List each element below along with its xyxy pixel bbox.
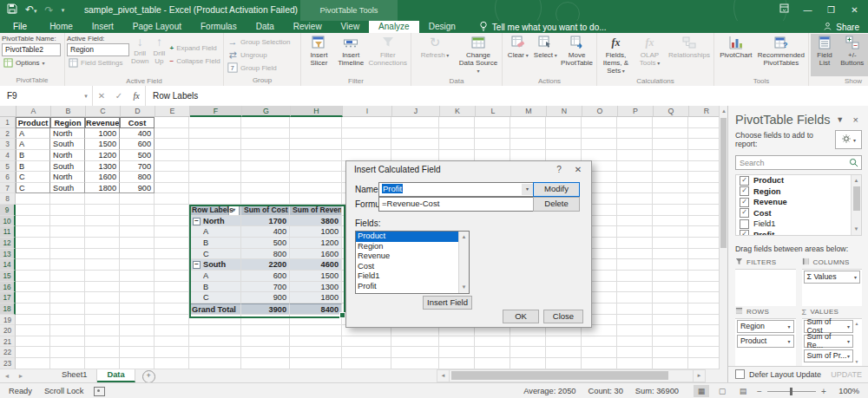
- page-layout-view-icon[interactable]: ▢: [714, 385, 730, 397]
- grid-cell[interactable]: [688, 325, 719, 336]
- grid-cell[interactable]: 1200: [85, 150, 120, 161]
- grid-cell[interactable]: [241, 128, 290, 140]
- minimize-icon[interactable]: —: [796, 0, 819, 21]
- horizontal-scrollbar-thumb[interactable]: [451, 371, 668, 380]
- grid-cell[interactable]: [290, 193, 342, 205]
- grid-cell[interactable]: [546, 150, 582, 161]
- grid-cell[interactable]: [155, 259, 189, 271]
- grid-cell[interactable]: [688, 183, 719, 194]
- grid-cell[interactable]: [653, 150, 688, 161]
- grid-cell[interactable]: [688, 271, 719, 282]
- grid-cell[interactable]: [546, 128, 582, 140]
- grid-cell[interactable]: [85, 226, 120, 238]
- grid-cell[interactable]: [653, 358, 688, 369]
- grid-cell[interactable]: [617, 336, 653, 348]
- grid-cell[interactable]: [510, 150, 546, 161]
- grid-cell[interactable]: [510, 117, 546, 128]
- grid-cell[interactable]: [50, 303, 85, 315]
- grid-cell[interactable]: [475, 117, 510, 128]
- grid-cell[interactable]: [16, 282, 50, 293]
- grid-cell[interactable]: [189, 172, 241, 183]
- grid-cell[interactable]: [290, 150, 342, 161]
- grid-cell[interactable]: [617, 358, 653, 369]
- row-header-2[interactable]: 2: [0, 128, 16, 140]
- combo-dropdown-icon[interactable]: ▾: [522, 184, 533, 195]
- grid-cell[interactable]: [85, 249, 120, 260]
- grid-cell[interactable]: 1500: [85, 139, 120, 150]
- field-checkbox-item[interactable]: ✓Region: [736, 186, 861, 198]
- grid-cell[interactable]: [582, 150, 617, 161]
- column-header-r[interactable]: R: [689, 106, 719, 117]
- grid-cell[interactable]: [510, 336, 546, 348]
- grid-cell[interactable]: [85, 292, 120, 303]
- grid-cell[interactable]: [653, 139, 688, 150]
- grid-cell[interactable]: Grand Total: [189, 303, 241, 315]
- grid-cell[interactable]: [50, 249, 85, 260]
- grid-cell[interactable]: [155, 128, 189, 140]
- grid-cell[interactable]: [189, 117, 241, 128]
- grid-cell[interactable]: [155, 358, 189, 369]
- grid-cell[interactable]: 800: [241, 249, 290, 260]
- grid-cell[interactable]: [85, 347, 120, 358]
- row-header-4[interactable]: 4: [0, 150, 16, 161]
- grid-cell[interactable]: [189, 315, 241, 326]
- recommended-pivottables-button[interactable]: ?Recommended PivotTables: [756, 34, 806, 76]
- grid-cell[interactable]: [155, 336, 189, 348]
- grid-cell[interactable]: [290, 161, 342, 173]
- grid-cell[interactable]: [391, 347, 439, 358]
- grid-cell[interactable]: [189, 325, 241, 336]
- checkbox-icon[interactable]: ✓: [740, 198, 749, 207]
- grid-cell[interactable]: [688, 117, 719, 128]
- grid-cell[interactable]: B: [189, 282, 241, 293]
- grid-cell[interactable]: [439, 358, 475, 369]
- grid-cell[interactable]: [617, 292, 653, 303]
- row-header-3[interactable]: 3: [0, 139, 16, 150]
- grid-cell[interactable]: [617, 139, 653, 150]
- grid-cell[interactable]: [688, 303, 719, 315]
- grid-cell[interactable]: [653, 249, 688, 260]
- grid-cell[interactable]: C: [189, 249, 241, 260]
- grid-cell[interactable]: [189, 183, 241, 194]
- column-header-k[interactable]: K: [440, 106, 476, 117]
- grid-cell[interactable]: [688, 193, 719, 205]
- grid-cell[interactable]: [241, 117, 290, 128]
- grid-cell[interactable]: [653, 117, 688, 128]
- ok-button[interactable]: OK: [503, 310, 539, 323]
- product-field-chip[interactable]: Product▾: [737, 335, 794, 348]
- grid-cell[interactable]: B: [16, 161, 50, 173]
- grid-cell[interactable]: 700: [120, 161, 155, 173]
- tell-me-box[interactable]: Tell me what you want to do...: [479, 21, 607, 33]
- grid-cell[interactable]: [617, 183, 653, 194]
- tools-button[interactable]: ▾: [835, 130, 862, 149]
- grid-cell[interactable]: 1300: [290, 282, 342, 293]
- grid-cell[interactable]: [155, 271, 189, 282]
- grid-cell[interactable]: [241, 193, 290, 205]
- row-header-16[interactable]: 16: [0, 282, 16, 293]
- grid-cell[interactable]: [688, 315, 719, 326]
- grid-cell[interactable]: [16, 216, 50, 227]
- grid-cell[interactable]: [85, 325, 120, 336]
- redo-icon[interactable]: ↷: [45, 2, 54, 19]
- sheet-nav-left-icon[interactable]: ◄: [0, 369, 14, 382]
- grid-cell[interactable]: [653, 259, 688, 271]
- grid-cell[interactable]: [50, 259, 85, 271]
- grid-cell[interactable]: [50, 336, 85, 348]
- grid-cell[interactable]: [688, 238, 719, 249]
- grid-cell[interactable]: [50, 216, 85, 227]
- macro-record-icon[interactable]: [94, 387, 105, 396]
- field-list-item[interactable]: Product: [356, 232, 469, 242]
- grid-cell[interactable]: [653, 226, 688, 238]
- grid-cell[interactable]: South: [50, 139, 85, 150]
- scroll-down-icon[interactable]: ▼: [459, 283, 469, 292]
- grid-cell[interactable]: [475, 347, 510, 358]
- grid-cell[interactable]: [241, 172, 290, 183]
- grid-cell[interactable]: Sum of Cost: [241, 205, 290, 216]
- sheet-nav-right-icon[interactable]: ►: [14, 369, 28, 382]
- field-list-button[interactable]: Field List: [811, 34, 838, 76]
- grid-cell[interactable]: 2200: [241, 259, 290, 271]
- grid-cell[interactable]: [155, 205, 189, 216]
- tab-page-layout[interactable]: Page Layout: [123, 21, 191, 33]
- grid-cell[interactable]: [653, 303, 688, 315]
- row-header-20[interactable]: 20: [0, 325, 16, 336]
- grid-cell[interactable]: [189, 358, 241, 369]
